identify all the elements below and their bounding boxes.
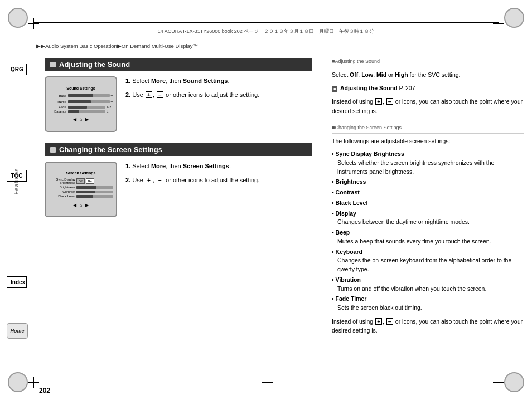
list-item-display: Display Changes between the daytime or n… [332, 209, 524, 227]
mockup2-back-icon: ◀ [73, 203, 76, 208]
mockup1-treble-fill [68, 100, 91, 103]
list-item-beep: Beep Mutes a beep that sounds every time… [332, 228, 524, 246]
plus-icon-1: + [146, 91, 152, 98]
mockup2-row-black-level: Black Level [49, 194, 113, 198]
mockup1-row-treble: Treble + [49, 99, 113, 104]
section2-screen-settings-bold: Screen Settings [183, 163, 229, 169]
section-screen-settings: Changing the Screen Settings Screen Sett… [45, 143, 312, 217]
sidebar-index-area: Index [7, 276, 27, 288]
right-section1-title: ■Adjusting the Sound [332, 58, 524, 67]
sidebar-item-qrg[interactable]: QRG [7, 64, 27, 75]
breadcrumb: ▶▶Audio System Basic Operation▶On Demand… [33, 40, 499, 52]
minus-icon-2: − [157, 177, 163, 183]
left-sidebar: QRG TOC Index Home [0, 52, 33, 378]
list-item-black-level: Black Level [332, 199, 524, 208]
mockup2-title: Screen Settings [66, 171, 96, 175]
vibration-desc: Turns on and off the vibration when you … [337, 285, 524, 294]
plus-icon-r1: + [375, 98, 382, 105]
mockup1-title: Sound Settings [66, 86, 95, 90]
adjusting-sound-link[interactable]: Adjusting the Sound [340, 85, 398, 91]
mockup1-fade-bar [68, 106, 105, 109]
spacer-1 [332, 120, 524, 124]
mockup1-bass-plus: + [110, 93, 113, 98]
mockup1-fade-fill [68, 106, 87, 109]
breadcrumb-text: ▶▶Audio System Basic Operation▶On Demand… [36, 43, 198, 49]
screen-settings-mockup: Screen Settings Sync Display Brightness … [45, 162, 117, 217]
features-label-container: Features [0, 178, 33, 184]
mockup1-fade-label: Fade [49, 105, 68, 109]
sidebar-item-index[interactable]: Index [7, 276, 27, 288]
mockup1-bass-label: Bass [49, 94, 68, 97]
mockup2-sync-label: Sync Display Brightness [49, 178, 76, 184]
section2-instructions: 1. Select More, then Screen Settings. 2.… [125, 162, 312, 217]
mockup1-treble-plus: + [110, 99, 113, 104]
section2-content: Screen Settings Sync Display Brightness … [45, 162, 312, 217]
display-desc: Changes between the daytime or nighttime… [337, 218, 524, 227]
mockup1-treble-bar [68, 100, 110, 103]
section2-step1: 1. Select More, then Screen Settings. [125, 162, 312, 171]
minus-icon-1: − [157, 91, 163, 98]
right-section2-title: ■Changing the Screen Settings [332, 124, 524, 134]
keyboard-label: Keyboard [336, 248, 362, 255]
fade-timer-desc: Sets the screen black out timing. [337, 304, 524, 313]
right-low: Low [361, 71, 373, 78]
right-off: Off [350, 71, 358, 78]
mockup1-balance-fill [68, 110, 79, 113]
mockup1-bass-fill [68, 94, 93, 97]
right-link-page1: P. 207 [399, 85, 415, 91]
list-item-brightness: Brightness [332, 178, 524, 187]
mockup2-black-level-fill [76, 195, 93, 198]
mockup2-black-level-bar [76, 195, 113, 198]
beep-label: Beep [336, 229, 350, 236]
section2-more-bold: More [151, 163, 166, 169]
list-item-contrast: Contrast [332, 188, 524, 197]
mockup1-balance-label: Balance [49, 110, 68, 113]
mockup2-brightness-fill [76, 186, 96, 189]
section-adjusting-sound: Adjusting the Sound Sound Settings Bass … [45, 58, 312, 132]
section1-step1: 1. Select More, then Sound Settings. [125, 76, 312, 86]
bottom-bar: 202 [0, 378, 532, 400]
mockup1-nav-icons: ◀ ⌂ ▶ [73, 117, 89, 122]
sound-settings-mockup: Sound Settings Bass + Treble + [45, 76, 117, 132]
section1-title: Adjusting the Sound [59, 60, 130, 69]
black-level-label: Black Level [336, 199, 368, 206]
mockup1-row-balance: Balance L [49, 110, 113, 113]
mockup2-row-sync: Sync Display Brightness Off On [49, 178, 113, 184]
right-high: High [395, 71, 408, 78]
plus-icon-2: + [146, 177, 152, 183]
minus-icon-r1: − [386, 98, 393, 105]
right-section2-para: Instead of using +, − or icons, you can … [332, 317, 524, 335]
brightness-label: Brightness [336, 178, 366, 185]
mockup1-row-fade: Fade 1/2 [49, 105, 113, 109]
mockup1-bass-bar [68, 94, 110, 97]
list-item-sync: Sync Display Brightness Selects whether … [332, 150, 524, 176]
mockup1-balance-bar [68, 110, 105, 113]
list-item-keyboard: Keyboard Changes the on-screen keyboard … [332, 248, 524, 274]
toggle-off[interactable]: Off [76, 178, 85, 184]
mockup2-forward-icon: ▶ [85, 203, 89, 208]
mockup2-nav-icons: ◀ ⌂ ▶ [73, 203, 89, 208]
mockup1-balance-value: L [107, 110, 113, 113]
fade-timer-label: Fade Timer [336, 295, 367, 302]
toggle-on[interactable]: On [86, 178, 94, 184]
mockup2-brightness-bar [76, 186, 113, 189]
home-button[interactable]: Home [7, 323, 28, 339]
section1-content: Sound Settings Bass + Treble + [45, 76, 312, 132]
mockup2-contrast-bar [76, 191, 113, 193]
display-label: Display [336, 210, 356, 217]
right-section1-para2: Instead of using +, − or icons, you can … [332, 97, 524, 115]
section1-more-bold: More [151, 77, 166, 84]
mockup2-brightness-label: Brightness [49, 186, 76, 189]
left-panel: Adjusting the Sound Sound Settings Bass … [33, 52, 323, 378]
vibration-label: Vibration [336, 276, 361, 283]
beep-desc: Mutes a beep that sounds every time you … [337, 237, 524, 246]
mockup2-home-icon: ⌂ [80, 203, 83, 208]
section1-header: Adjusting the Sound [45, 58, 312, 71]
list-item-vibration: Vibration Turns on and off the vibration… [332, 276, 524, 294]
section2-header: Changing the Screen Settings [45, 143, 312, 156]
sync-brightness-desc: Selects whether the screen brightness sy… [337, 159, 524, 177]
right-section1-para1: Select Off, Low, Mid or High for the SVC… [332, 70, 524, 79]
minus-icon-r2: − [386, 318, 393, 325]
section1-icon [50, 62, 56, 67]
mockup2-contrast-fill [76, 191, 95, 193]
